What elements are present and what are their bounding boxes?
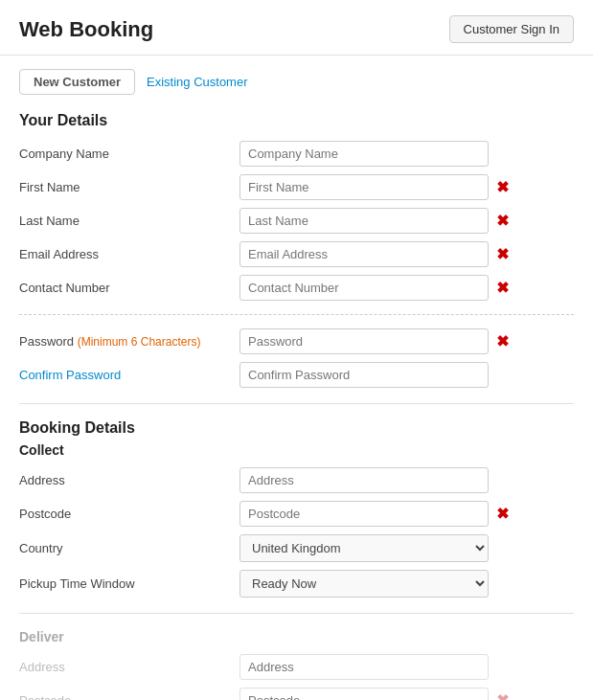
company-name-input[interactable] xyxy=(239,141,489,167)
first-name-label: First Name xyxy=(19,180,239,194)
first-name-input-wrap: ✖ xyxy=(239,174,574,200)
contact-number-input[interactable] xyxy=(239,275,489,301)
deliver-address-label: Address xyxy=(19,660,239,674)
last-name-error-icon: ✖ xyxy=(496,212,509,230)
collect-postcode-group: Postcode ✖ xyxy=(19,501,574,527)
pickup-time-group: Pickup Time Window Ready Now Scheduled xyxy=(19,570,574,598)
password-label: Password (Minimum 6 Characters) xyxy=(19,334,239,349)
tab-existing-customer[interactable]: Existing Customer xyxy=(147,70,247,94)
pickup-time-select-wrap: Ready Now Scheduled xyxy=(239,570,574,598)
last-name-input-wrap: ✖ xyxy=(239,208,574,234)
main-content: New Customer Existing Customer Your Deta… xyxy=(0,56,593,700)
deliver-address-group: Address xyxy=(19,654,574,680)
email-address-label: Email Address xyxy=(19,247,239,261)
collect-address-input[interactable] xyxy=(239,467,489,493)
collect-title: Collect xyxy=(19,442,574,458)
deliver-postcode-error-icon: ✖ xyxy=(496,691,509,700)
collect-country-select[interactable]: United Kingdom United States Other xyxy=(239,534,489,562)
contact-number-label: Contact Number xyxy=(19,281,239,295)
contact-number-group: Contact Number ✖ xyxy=(19,275,574,301)
collect-address-group: Address xyxy=(19,467,574,493)
confirm-password-label: Confirm Password xyxy=(19,368,239,382)
confirm-password-input-wrap xyxy=(239,362,574,388)
collect-postcode-input-wrap: ✖ xyxy=(239,501,574,527)
first-name-error-icon: ✖ xyxy=(496,178,509,196)
email-address-input-wrap: ✖ xyxy=(239,241,574,267)
email-address-group: Email Address ✖ xyxy=(19,241,574,267)
deliver-postcode-input-wrap: ✖ xyxy=(239,688,574,700)
collect-address-label: Address xyxy=(19,473,239,487)
contact-number-error-icon: ✖ xyxy=(496,279,509,297)
pickup-time-label: Pickup Time Window xyxy=(19,576,239,591)
first-name-group: First Name ✖ xyxy=(19,174,574,200)
password-error-icon: ✖ xyxy=(496,332,509,350)
collect-country-select-wrap: United Kingdom United States Other xyxy=(239,534,574,562)
company-name-input-wrap xyxy=(239,141,574,167)
collect-address-input-wrap xyxy=(239,467,574,493)
last-name-input[interactable] xyxy=(239,208,489,234)
divider-3 xyxy=(19,613,574,614)
booking-details-title: Booking Details xyxy=(19,419,574,437)
deliver-postcode-input[interactable] xyxy=(239,688,489,700)
deliver-title: Deliver xyxy=(19,629,574,644)
collect-country-label: Country xyxy=(19,541,239,555)
divider-1 xyxy=(19,314,574,315)
collect-postcode-label: Postcode xyxy=(19,507,239,521)
last-name-group: Last Name ✖ xyxy=(19,208,574,234)
page-title: Web Booking xyxy=(19,17,153,42)
password-group: Password (Minimum 6 Characters) ✖ xyxy=(19,328,574,354)
collect-postcode-error-icon: ✖ xyxy=(496,505,509,523)
page-header: Web Booking Customer Sign In xyxy=(0,0,593,56)
your-details-title: Your Details xyxy=(19,112,574,129)
tabs: New Customer Existing Customer xyxy=(19,69,574,95)
last-name-label: Last Name xyxy=(19,214,239,228)
password-note: (Minimum 6 Characters) xyxy=(78,335,201,349)
customer-signin-button[interactable]: Customer Sign In xyxy=(449,15,574,43)
confirm-password-label-text: Confirm Password xyxy=(19,368,121,382)
contact-number-input-wrap: ✖ xyxy=(239,275,574,301)
password-input-wrap: ✖ xyxy=(239,328,574,354)
password-input[interactable] xyxy=(239,328,489,354)
confirm-password-group: Confirm Password xyxy=(19,362,574,388)
collect-country-group: Country United Kingdom United States Oth… xyxy=(19,534,574,562)
first-name-input[interactable] xyxy=(239,174,489,200)
deliver-postcode-group: Postcode ✖ xyxy=(19,688,574,700)
company-name-label: Company Name xyxy=(19,147,239,161)
divider-2 xyxy=(19,403,574,404)
confirm-password-input[interactable] xyxy=(239,362,489,388)
deliver-postcode-label: Postcode xyxy=(19,693,239,700)
tab-new-customer[interactable]: New Customer xyxy=(19,69,135,95)
pickup-time-select[interactable]: Ready Now Scheduled xyxy=(239,570,489,598)
email-address-error-icon: ✖ xyxy=(496,245,509,263)
collect-postcode-input[interactable] xyxy=(239,501,489,527)
deliver-address-input-wrap xyxy=(239,654,574,680)
email-address-input[interactable] xyxy=(239,241,489,267)
company-name-group: Company Name xyxy=(19,141,574,167)
deliver-address-input[interactable] xyxy=(239,654,489,680)
